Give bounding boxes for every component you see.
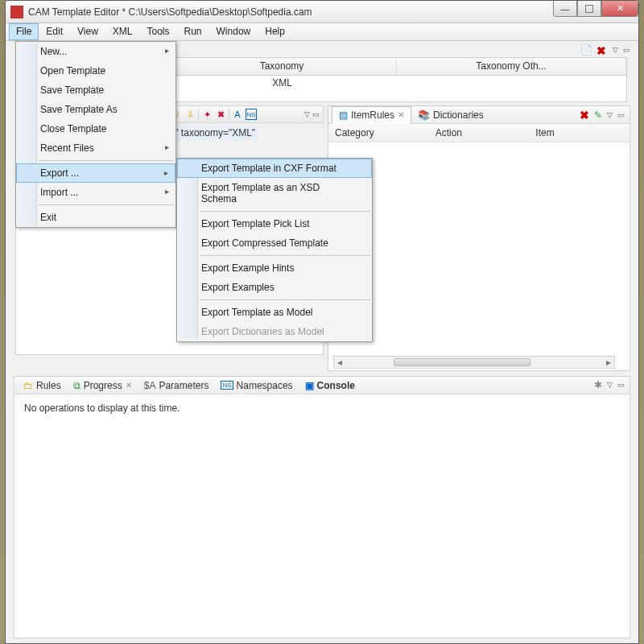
menu-tools[interactable]: Tools [140,23,177,40]
export-compressed[interactable]: Export Compressed Template [177,233,372,253]
minimize-button[interactable]: — [553,1,577,17]
tab-namespaces-label: Namespaces [237,380,293,391]
scrollbar-thumb[interactable] [394,358,530,366]
table-header: Taxonomy Taxonomy Oth... [167,58,626,76]
panel-chevron-icon[interactable]: ▽ [607,111,613,119]
menu-separator [200,299,370,300]
app-icon [10,6,23,19]
th-taxonomy[interactable]: Taxonomy [167,58,397,75]
bottom-chevron-icon[interactable]: ▽ [607,381,613,389]
tab-parameters[interactable]: $AParameters [138,378,216,394]
scroll-left-icon[interactable]: ◂ [334,357,345,368]
bottom-collapse-icon[interactable]: ▭ [617,381,625,389]
delete-icon[interactable]: ✖ [597,44,608,56]
col-item[interactable]: Item [529,124,630,142]
export-cxf[interactable]: Export Template in CXF Format [177,159,372,178]
tab-console-label: Console [317,380,355,391]
titlebar: CAM Template Editor * C:\Users\Softpedia… [6,1,638,23]
menu-save-template[interactable]: Save Template [16,80,175,100]
horizontal-scrollbar[interactable]: ◂ ▸ [333,356,615,369]
tab-parameters-label: Parameters [159,380,208,391]
menu-separator [200,255,370,256]
panel-edit-icon[interactable]: ✎ [594,109,602,121]
window-title: CAM Template Editor * C:\Users\Softpedia… [28,6,312,18]
menu-open-template[interactable]: Open Template [16,61,175,80]
console-icon: ▣ [305,380,314,391]
col-action[interactable]: Action [429,124,530,142]
progress-icon: ⧉ [73,380,80,391]
menu-separator [39,204,174,205]
panel-collapse-icon[interactable]: ▭ [617,111,625,119]
toolbar-collapse-icon[interactable]: ▭ [312,110,320,118]
person-icon[interactable]: ✦ [201,109,213,120]
right-panel-tools: ✖ ✎ ▽ ▭ [580,109,625,122]
menu-help[interactable]: Help [258,23,292,40]
export-xsd[interactable]: Export Template as an XSD Schema [177,178,372,208]
menu-file[interactable]: File [9,23,39,40]
table-row[interactable]: XML [167,76,626,92]
export-example-hints[interactable]: Export Example Hints [177,258,372,278]
right-panel-tabs: ▤ ItemRules ✕ 📚 Dictionaries ✖ ✎ ▽ ▭ [328,106,630,124]
menu-import[interactable]: Import ... [16,183,175,202]
th-taxonomy-other[interactable]: Taxonomy Oth... [397,58,626,75]
app-window: CAM Template Editor * C:\Users\Softpedia… [5,0,639,644]
editor-toolbar: ⇧ ⇩ ✦ ✖ A NS ▽ ▭ [167,105,324,123]
menubar: File Edit View XML Tools Run Window Help [6,23,638,41]
tab-dictionaries[interactable]: 📚 Dictionaries [411,107,490,123]
menu-window[interactable]: Window [209,23,258,40]
tab-progress-close-icon[interactable]: ✕ [126,381,132,390]
tab-console[interactable]: ▣Console [299,378,361,394]
menu-save-template-as[interactable]: Save Template As [16,100,175,119]
export-submenu: Export Template in CXF Format Export Tem… [176,158,373,342]
col-category[interactable]: Category [328,124,429,142]
window-buttons: — ✕ [553,1,638,17]
bottom-panel: 🗀Rules ⧉Progress✕ $AParameters NSNamespa… [14,376,630,638]
file-menu-dropdown: New... Open Template Save Template Save … [15,41,176,228]
list-icon: ▤ [339,109,348,121]
books-icon: 📚 [418,109,430,121]
maximize-button[interactable] [577,1,601,17]
chevron-down-icon[interactable]: ▽ [613,46,618,54]
export-dictionaries-model: Export Dictionaries as Model [177,322,372,341]
console-message: No operations to display at this time. [24,402,180,414]
tab-namespaces[interactable]: NSNamespaces [215,378,299,394]
menu-edit[interactable]: Edit [39,23,70,40]
menu-xml[interactable]: XML [105,23,140,40]
right-panel: ▤ ItemRules ✕ 📚 Dictionaries ✖ ✎ ▽ ▭ Cat… [328,105,630,371]
menu-recent-files[interactable]: Recent Files [16,138,175,158]
export-model[interactable]: Export Template as Model [177,303,372,322]
menu-close-template[interactable]: Close Template [16,119,175,138]
tab-rules-label: Rules [36,380,61,391]
collapse-icon[interactable]: ▭ [623,46,630,54]
td-taxonomy-other [397,76,626,92]
tab-itemrules[interactable]: ▤ ItemRules ✕ [332,106,411,124]
menu-run[interactable]: Run [177,23,209,40]
top-toolbar: 📄 ✖ ▽ ▭ [580,44,630,56]
export-pick-list[interactable]: Export Template Pick List [177,214,372,233]
tab-progress-label: Progress [84,380,122,391]
menu-separator [200,211,370,212]
toolbar-chevron-icon[interactable]: ▽ [304,110,310,118]
tab-progress[interactable]: ⧉Progress✕ [68,378,138,394]
folder-icon: 🗀 [23,380,33,391]
panel-delete-icon[interactable]: ✖ [580,109,589,122]
menu-export[interactable]: Export ... [16,163,175,183]
close-button[interactable]: ✕ [601,1,638,17]
person-x-icon[interactable]: ✖ [215,109,226,120]
ns-icon[interactable]: NS [246,109,257,120]
text-icon[interactable]: A [232,109,243,120]
menu-new[interactable]: New... [16,42,175,61]
scroll-right-icon[interactable]: ▸ [603,357,614,368]
ns-tab-icon: NS [221,381,233,390]
new-doc-icon[interactable]: 📄 [580,44,592,56]
gear-icon[interactable]: ✱ [594,379,602,390]
tab-rules[interactable]: 🗀Rules [18,378,68,394]
menu-exit[interactable]: Exit [16,208,175,227]
bottom-tabs: 🗀Rules ⧉Progress✕ $AParameters NSNamespa… [14,377,630,394]
params-icon: $A [144,380,156,391]
menu-view[interactable]: View [70,23,105,40]
arrow-down-icon[interactable]: ⇩ [184,109,196,120]
td-taxonomy: XML [167,76,397,92]
tab-close-icon[interactable]: ✕ [398,110,404,119]
export-examples[interactable]: Export Examples [177,278,372,297]
